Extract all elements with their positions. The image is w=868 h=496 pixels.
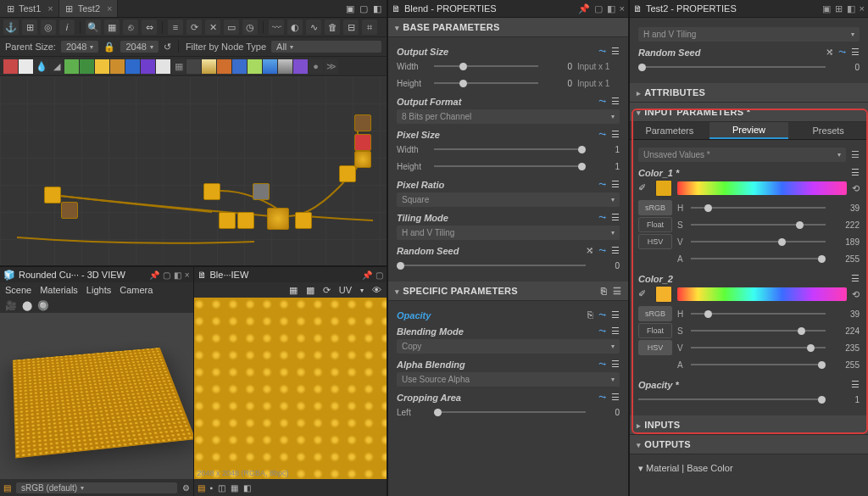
swap-icon[interactable]: ⟲: [852, 183, 860, 194]
seed-slider[interactable]: [397, 261, 586, 270]
type-tone-icon[interactable]: ◢: [49, 59, 64, 74]
c2-s-slider[interactable]: [691, 326, 826, 335]
color2-swatch[interactable]: [655, 286, 672, 303]
graph-node[interactable]: [339, 165, 356, 182]
link-icon[interactable]: ⤳: [598, 129, 606, 140]
graph-node[interactable]: [354, 151, 371, 168]
c1-h-slider[interactable]: [691, 203, 826, 212]
tool-anchor-icon[interactable]: ⚓: [3, 20, 19, 35]
colorspace-select[interactable]: sRGB (default)▾: [16, 482, 177, 493]
prev-icon[interactable]: ⟳: [323, 285, 331, 296]
base-parameters-header[interactable]: ▾BASE PARAMETERS: [388, 18, 628, 37]
type-misc-icon[interactable]: [186, 59, 201, 74]
menu-icon[interactable]: ☰: [611, 212, 620, 223]
tab-test1[interactable]: ⊞ Test1 ×: [0, 0, 59, 17]
tool-graph-icon[interactable]: ⊞: [22, 20, 37, 35]
pin-icon[interactable]: 📌: [578, 3, 590, 14]
tiling-dropdown[interactable]: H and V Tiling▾: [397, 226, 620, 240]
type-noise-icon[interactable]: [202, 59, 216, 74]
eye-icon[interactable]: 👁: [372, 285, 381, 295]
graph-node[interactable]: [219, 212, 236, 229]
seed2-slider[interactable]: [638, 63, 826, 71]
menu-icon[interactable]: ☰: [611, 245, 620, 256]
layers-icon[interactable]: ▤: [3, 483, 11, 493]
sphere-icon[interactable]: ⬤: [22, 300, 32, 311]
menu-icon[interactable]: ☰: [611, 129, 620, 140]
format-dropdown[interactable]: 8 Bits per Channel▾: [397, 109, 620, 124]
tool-focus-icon[interactable]: ▦: [104, 20, 120, 35]
tool-frame-icon[interactable]: ▭: [224, 20, 239, 35]
tool-mask-icon[interactable]: ◐: [287, 20, 303, 35]
max-icon[interactable]: ⊞: [835, 3, 843, 14]
swap-icon[interactable]: ⟲: [852, 289, 860, 300]
menu-icon[interactable]: ☰: [611, 179, 620, 190]
type-green-icon[interactable]: [248, 59, 262, 74]
hsv-button2[interactable]: HSV: [638, 340, 672, 355]
max-icon[interactable]: ▢: [163, 270, 170, 280]
tool-crop-icon[interactable]: ⌗: [362, 20, 377, 35]
type-sphere-icon[interactable]: ●: [309, 59, 323, 74]
shuffle-icon[interactable]: ⤨: [826, 47, 833, 58]
ps-height-slider[interactable]: [434, 162, 586, 170]
dock-icon[interactable]: ◧: [174, 270, 181, 280]
tab-test2[interactable]: ⊞ Test2 ×: [59, 0, 119, 17]
reset-icon[interactable]: ↺: [164, 42, 171, 53]
menu-icon[interactable]: ☰: [851, 47, 860, 58]
blend-dropdown[interactable]: Copy▾: [397, 339, 620, 354]
max-icon[interactable]: ▢: [594, 3, 603, 14]
c1-s-slider[interactable]: [691, 220, 826, 229]
subtab-preview[interactable]: Preview: [709, 122, 789, 139]
c2-v-slider[interactable]: [691, 343, 826, 352]
type-cone-icon[interactable]: [278, 59, 292, 74]
type-filter2-icon[interactable]: [80, 59, 94, 74]
menu-icon[interactable]: ☰: [611, 392, 620, 403]
color1-spectrum[interactable]: [677, 181, 847, 195]
link-icon[interactable]: ⤳: [598, 46, 606, 57]
max-icon[interactable]: ▢: [376, 270, 383, 280]
height-slider[interactable]: [434, 79, 538, 87]
menu-icon[interactable]: ☰: [611, 309, 620, 320]
graph-node[interactable]: [61, 202, 78, 219]
close-icon[interactable]: ×: [620, 3, 625, 14]
link-icon[interactable]: ⤳: [598, 359, 606, 370]
parent-size-a[interactable]: 2048▾: [61, 41, 98, 53]
channel-icon[interactable]: ▦: [289, 285, 298, 296]
filter-dropdown[interactable]: All▾: [271, 41, 381, 53]
graph-node[interactable]: [44, 187, 61, 203]
menu-icon[interactable]: ☰: [851, 149, 860, 160]
type-view-icon[interactable]: ▦: [171, 59, 186, 74]
c2-h-slider[interactable]: [691, 309, 826, 318]
menu-camera[interactable]: Camera: [120, 285, 153, 295]
grid1-icon[interactable]: ▪: [210, 483, 214, 493]
type-filter-icon[interactable]: [64, 59, 79, 74]
tool-hierarchy-icon[interactable]: ⇔: [142, 20, 157, 35]
tool-link-icon[interactable]: ⎋: [123, 20, 138, 35]
hsv-button[interactable]: HSV: [638, 234, 672, 249]
link-icon[interactable]: ⤳: [598, 96, 606, 107]
pin-icon[interactable]: ▣: [822, 3, 831, 14]
link-icon[interactable]: ⤳: [598, 245, 606, 256]
link-icon[interactable]: ⤳: [598, 309, 606, 320]
copy-icon[interactable]: ⎘: [601, 286, 607, 297]
node-graph-canvas[interactable]: [0, 76, 387, 265]
graph-node[interactable]: [203, 183, 220, 200]
type-material-icon[interactable]: [110, 59, 125, 74]
menu-icon[interactable]: ☰: [611, 359, 620, 370]
tool-disconnect-icon[interactable]: ✕: [205, 20, 220, 35]
tool-camera-icon[interactable]: ◎: [41, 20, 56, 35]
pin-icon[interactable]: ▣: [346, 3, 354, 14]
tool-align-icon[interactable]: ≡: [168, 20, 183, 35]
type-atomic-icon[interactable]: [3, 59, 18, 74]
menu-icon[interactable]: ☰: [611, 46, 620, 57]
grid4-icon[interactable]: ◧: [243, 483, 251, 493]
preview2d-viewport[interactable]: 2048 x 2048 (RGBA, 8bpc): [194, 298, 387, 479]
type-fx-icon[interactable]: [141, 59, 155, 74]
menu-lights[interactable]: Lights: [86, 285, 111, 295]
subtab-presets[interactable]: Presets: [788, 122, 868, 139]
menu-icon[interactable]: ☰: [851, 379, 860, 390]
alpha-dropdown[interactable]: Use Source Alpha▾: [397, 372, 620, 387]
link-icon[interactable]: ⤳: [598, 326, 606, 337]
lock-icon[interactable]: 🔒: [103, 42, 115, 53]
grid3-icon[interactable]: ▦: [231, 483, 238, 493]
float-button[interactable]: Float: [638, 217, 672, 232]
